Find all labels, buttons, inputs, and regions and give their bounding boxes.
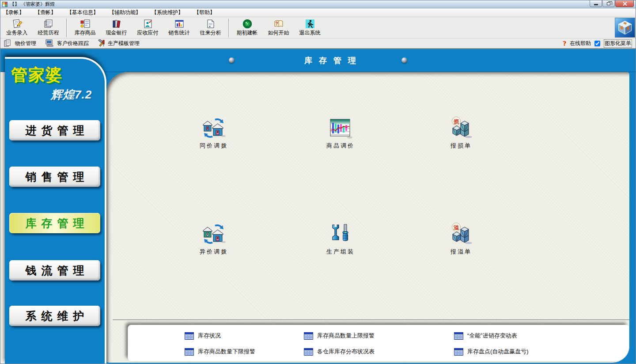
main-area: 库 存 管 理 [0, 49, 636, 364]
report-link-label: 各仓库库存分布状况表 [317, 348, 375, 356]
sidebar-item-cashflow[interactable]: 钱流管理 [9, 260, 100, 281]
documents-icon [4, 39, 13, 47]
toolbar-transaction-analysis-button[interactable]: 往来分析 [195, 18, 226, 38]
toolbar-separator [228, 19, 229, 37]
table-icon [185, 348, 194, 356]
menu-system-maintenance[interactable]: 【系统维护】 [151, 9, 183, 16]
toolbar-exit-system-button[interactable]: 退出系统 [294, 18, 326, 38]
sidebar-item-label: 系统维护 [26, 309, 89, 323]
toolbar-button-label: 期初建帐 [237, 29, 258, 37]
report-link-stocktaking[interactable]: 库存盘点(自动盘赢盘亏) [454, 348, 629, 356]
function-same-price-transfer[interactable]: 同价调拨 [183, 114, 245, 150]
sidebar-item-inventory[interactable]: 库存管理 [9, 213, 100, 233]
toolbar-button-label: 退出系统 [299, 29, 321, 37]
toolbar-cash-bank-button[interactable]: 现金银行 [101, 18, 132, 38]
online-help-link[interactable]: 在线帮助 [570, 40, 591, 47]
assembly-tools-icon [329, 223, 352, 245]
toolbar-business-history-button[interactable]: 经营历程 [33, 18, 64, 38]
svg-text:损: 损 [453, 118, 459, 125]
sidebar-item-label: 销售管理 [26, 170, 89, 184]
brand-logo: 管家婆 辉煌7.2 [5, 59, 105, 102]
quick-access-bar: 物价管理 客户价格跟踪 生产模板管理 ? 在线帮助 图形化菜单 [0, 38, 636, 49]
report-link-label: 库存盘点(自动盘赢盘亏) [467, 348, 529, 356]
sidebar-item-label: 钱流管理 [26, 263, 89, 278]
toolbar-inventory-goods-button[interactable]: 库存商品 [69, 18, 101, 38]
function-production-assembly[interactable]: 生产组装 [310, 220, 371, 256]
graphical-menu-checkbox[interactable] [594, 41, 600, 46]
function-label: 生产组装 [310, 248, 371, 256]
quickbar-production-template[interactable]: 生产模板管理 [98, 39, 140, 47]
toolbar-button-label: 销售统计 [169, 29, 190, 37]
function-label: 商品调价 [310, 142, 371, 150]
function-label: 报损单 [430, 142, 492, 150]
payable-person-icon [143, 19, 153, 29]
warehouse-transfer-same-icon [202, 117, 226, 139]
document-person-icon [205, 19, 216, 29]
report-link-lower-limit-alarm[interactable]: 库存商品数量下限报警 [185, 348, 304, 356]
svg-text:溢: 溢 [453, 224, 459, 231]
close-button[interactable] [615, 0, 634, 7]
table-icon [304, 332, 313, 340]
minimize-button[interactable] [590, 0, 602, 7]
toolbar-how-to-start-button[interactable]: ? 如何开始 [263, 18, 294, 38]
sidebar-item-sales[interactable]: 销售管理 [9, 167, 100, 187]
function-label: 同价调拨 [183, 142, 245, 150]
toolbar-button-label: 库存商品 [75, 29, 96, 37]
menu-query[interactable]: 【查帐】 [35, 9, 56, 16]
menu-record[interactable]: 【录帐】 [3, 9, 24, 16]
report-link-upper-limit-alarm[interactable]: 库存商品数量上限报警 [304, 332, 454, 340]
price-chart-icon [329, 118, 352, 139]
loss-boxes-icon: 损 [449, 116, 473, 139]
warehouse-transfer-diff-icon [202, 223, 226, 245]
menu-bar: 【录帐】 【查帐】 【基本信息】 【辅助功能】 【系统维护】 【帮助】 [0, 8, 636, 17]
function-overflow-report[interactable]: 溢 报溢单 [430, 220, 492, 256]
report-link-label: 库存状况 [198, 332, 221, 340]
sidebar-item-purchase[interactable]: 进货管理 [9, 120, 100, 140]
report-link-label: 库存商品数量上限报警 [317, 332, 375, 340]
sidebar: 管家婆 辉煌7.2 进货管理 销售管理 库存管理 钱流管理 系统维护 [5, 57, 106, 364]
toolbar-button-label: 现金银行 [106, 29, 127, 37]
sphere-decoration-icon [229, 57, 235, 63]
toolbar-initial-setup-button[interactable]: 期初建帐 [231, 18, 263, 38]
function-label: 异价调拨 [183, 248, 245, 256]
bar-chart-icon [174, 19, 185, 29]
menu-aux-functions[interactable]: 【辅助功能】 [109, 9, 141, 16]
report-link-label: “全能”进销存变动表 [467, 332, 517, 340]
function-goods-price-adjust[interactable]: 商品调价 [310, 114, 371, 150]
green-target-icon [242, 19, 253, 29]
toolbar-button-label: 经营历程 [38, 29, 59, 37]
report-link-warehouse-distribution[interactable]: 各仓库库存分布状况表 [304, 348, 454, 356]
sidebar-item-system-maintenance[interactable]: 系统维护 [9, 306, 100, 326]
close-icon [623, 2, 627, 6]
question-book-icon: ? [273, 19, 284, 29]
notepad-pencil-icon [12, 19, 23, 29]
toolbar-separator [66, 19, 67, 37]
brand-name: 管家婆 [11, 64, 105, 86]
restore-button[interactable] [602, 0, 615, 7]
computer-icon [45, 39, 55, 47]
toolbar-receivable-payable-button[interactable]: 应收应付 [132, 18, 163, 38]
cube-3d-icon [616, 19, 634, 37]
function-diff-price-transfer[interactable]: 异价调拨 [183, 220, 245, 256]
quickbar-item-label: 生产模板管理 [108, 40, 140, 47]
ledger-books-icon [43, 19, 54, 29]
quickbar-price-management[interactable]: 物价管理 [4, 39, 36, 47]
help-question-icon: ? [563, 40, 567, 47]
toolbar-button-label: 应收应付 [137, 29, 159, 37]
quickbar-customer-price-tracking[interactable]: 客户价格跟踪 [45, 39, 89, 47]
menu-basic-info[interactable]: 【基本信息】 [67, 9, 98, 16]
quickbar-item-label: 客户价格跟踪 [57, 40, 89, 47]
function-loss-report[interactable]: 损 报损单 [430, 114, 492, 150]
report-link-omni-change-table[interactable]: “全能”进销存变动表 [454, 332, 629, 340]
menu-help[interactable]: 【帮助】 [194, 9, 215, 16]
toolbar-button-label: 业务录入 [7, 29, 28, 37]
app-icon [2, 1, 8, 8]
toolbar-business-entry-button[interactable]: 业务录入 [1, 18, 33, 38]
inventory-tag-icon [80, 19, 91, 29]
graphical-menu-label[interactable]: 图形化菜单 [604, 39, 632, 48]
toolbar-sales-stats-button[interactable]: 销售统计 [163, 18, 195, 38]
sidebar-item-label: 库存管理 [26, 216, 89, 231]
exit-runner-icon [305, 19, 315, 29]
bank-books-icon [111, 19, 122, 29]
report-link-inventory-status[interactable]: 库存状况 [185, 332, 304, 340]
